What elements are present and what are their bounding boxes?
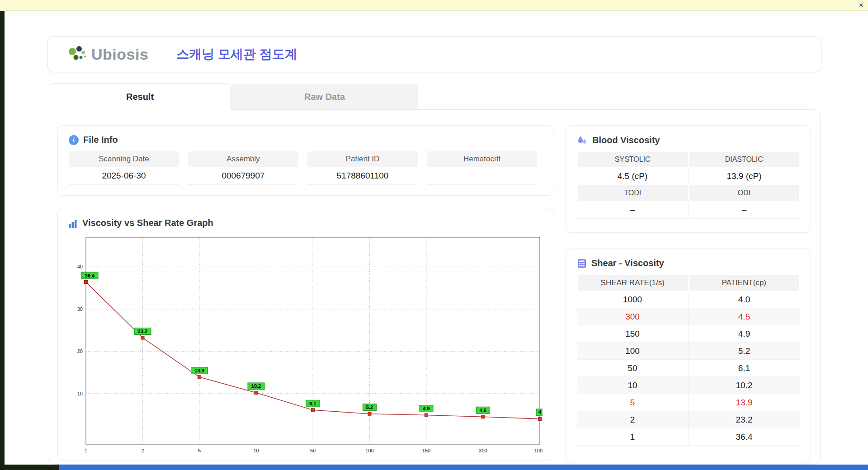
- bv-value-cell: –: [689, 201, 800, 219]
- bv-header-cell: DIASTOLIC: [689, 152, 799, 167]
- bv-header-cell: SYSTOLIC: [578, 152, 688, 167]
- bv-header-row: SYSTOLICDIASTOLIC: [577, 152, 800, 167]
- shear-row: 136.4: [577, 428, 800, 446]
- field-label: Scanning Date: [69, 151, 179, 167]
- svg-text:36.4: 36.4: [85, 273, 95, 278]
- svg-text:13.9: 13.9: [194, 368, 204, 373]
- file-info-fields: Scanning Date2025-06-30Assembly000679907…: [69, 151, 542, 185]
- field-value: 000679907: [188, 167, 298, 185]
- shear-cell: 100: [577, 343, 689, 360]
- svg-text:10.2: 10.2: [251, 383, 261, 389]
- bv-value-cell: –: [577, 201, 689, 219]
- blood-viscosity-title: Blood Viscosity: [592, 135, 660, 146]
- shear-cell: 4.0: [689, 291, 800, 308]
- viscosity-chart: 102030401251050100150300100036.423.213.9…: [68, 232, 542, 461]
- svg-text:30: 30: [77, 306, 83, 312]
- close-icon[interactable]: ×: [859, 0, 863, 10]
- file-info-field: Scanning Date2025-06-30: [69, 151, 179, 185]
- graph-title: Viscosity vs Shear Rate Graph: [82, 218, 213, 228]
- file-info-title: File Info: [83, 135, 118, 145]
- app-window: Ubiosis 스캐닝 모세관 점도계 Result Raw Data i Fi…: [5, 11, 868, 465]
- blood-viscosity-title-row: Blood Viscosity: [577, 135, 800, 146]
- bar-chart-icon: [68, 216, 78, 229]
- ubiosis-logo: Ubiosis: [67, 45, 148, 64]
- file-info-field: Hematocrit: [427, 151, 537, 185]
- droplets-icon: [577, 135, 588, 146]
- viscosity-graph-card: Viscosity vs Shear Rate Graph 1020304012…: [57, 208, 553, 461]
- shear-viscosity-table: SHEAR RATE(1/s)PATIENT(cp)10004.03004.51…: [577, 275, 800, 446]
- svg-text:100: 100: [365, 448, 373, 453]
- file-info-field: Assembly000679907: [188, 151, 298, 185]
- shear-cell: 10: [577, 377, 689, 394]
- window-titlebar: ×: [0, 0, 868, 11]
- svg-text:1: 1: [85, 448, 87, 453]
- svg-text:5: 5: [198, 448, 201, 453]
- svg-text:5.2: 5.2: [366, 404, 373, 410]
- svg-text:2: 2: [141, 448, 144, 453]
- bv-header-cell: ODI: [689, 185, 799, 201]
- file-info-field: Patient ID51788601100: [307, 151, 418, 185]
- bv-value-row: 4.5 (cP)13.9 (cP): [577, 167, 800, 185]
- shear-cell: 150: [577, 325, 689, 343]
- tab-result[interactable]: Result: [49, 83, 231, 110]
- bv-value-row: ––: [577, 201, 800, 219]
- shear-cell: 36.4: [689, 428, 800, 446]
- svg-text:150: 150: [422, 448, 430, 453]
- svg-text:4: 4: [538, 409, 542, 415]
- bv-header-row: TODIODI: [577, 185, 800, 201]
- svg-text:50: 50: [310, 448, 316, 453]
- info-icon: i: [69, 135, 79, 145]
- svg-text:10: 10: [253, 448, 259, 453]
- blood-viscosity-card: Blood Viscosity SYSTOLICDIASTOLIC4.5 (cP…: [566, 125, 811, 233]
- shear-cell: 13.9: [689, 394, 800, 411]
- shear-cell: 6.1: [689, 360, 800, 377]
- field-value: [427, 167, 537, 185]
- shear-row: 223.2: [577, 411, 800, 428]
- logo-text: Ubiosis: [91, 46, 148, 63]
- shear-row: 1504.9: [577, 325, 800, 343]
- file-info-title-row: i File Info: [69, 135, 542, 145]
- shear-header-cell: PATIENT(cp): [689, 275, 799, 291]
- desktop-taskbar-strip: [59, 465, 868, 470]
- shear-row: 513.9: [577, 394, 800, 411]
- svg-text:23.2: 23.2: [138, 329, 147, 334]
- shear-viscosity-title-row: Shear - Viscosity: [577, 258, 800, 268]
- graph-title-row: Viscosity vs Shear Rate Graph: [68, 216, 543, 229]
- shear-cell: 1: [577, 428, 689, 446]
- shear-cell: 1000: [577, 291, 689, 308]
- calculator-icon: [577, 258, 587, 268]
- shear-cell: 4.5: [689, 308, 800, 325]
- shear-row: 506.1: [577, 360, 800, 377]
- result-panel: i File Info Scanning Date2025-06-30Assem…: [49, 109, 821, 465]
- svg-text:4.5: 4.5: [480, 408, 486, 413]
- bv-header-cell: TODI: [578, 185, 688, 201]
- svg-text:10: 10: [77, 391, 83, 396]
- bv-value-cell: 13.9 (cP): [689, 167, 800, 185]
- svg-text:6.1: 6.1: [309, 401, 316, 406]
- shear-cell: 5: [577, 394, 689, 411]
- svg-text:4.9: 4.9: [423, 406, 429, 411]
- app-header: Ubiosis 스캐닝 모세관 점도계: [47, 36, 821, 72]
- shear-header-cell: SHEAR RATE(1/s): [578, 275, 688, 291]
- shear-table-header: SHEAR RATE(1/s)PATIENT(cp): [577, 275, 800, 291]
- svg-text:20: 20: [77, 348, 83, 354]
- field-value: 2025-06-30: [69, 167, 179, 185]
- shear-cell: 5.2: [689, 343, 800, 360]
- shear-cell: 50: [577, 360, 689, 377]
- shear-viscosity-title: Shear - Viscosity: [591, 258, 664, 268]
- field-label: Hematocrit: [427, 151, 537, 167]
- shear-cell: 10.2: [689, 377, 800, 394]
- svg-text:40: 40: [77, 264, 83, 269]
- svg-text:300: 300: [479, 448, 487, 453]
- shear-cell: 300: [577, 308, 689, 325]
- tab-raw-data[interactable]: Raw Data: [231, 84, 418, 110]
- shear-cell: 4.9: [689, 325, 800, 343]
- ubiosis-logo-icon: [67, 45, 88, 64]
- shear-row: 3004.5: [577, 308, 800, 325]
- shear-viscosity-card: Shear - Viscosity SHEAR RATE(1/s)PATIENT…: [566, 249, 811, 463]
- shear-row: 10004.0: [577, 291, 800, 308]
- field-label: Assembly: [188, 151, 298, 167]
- file-info-card: i File Info Scanning Date2025-06-30Assem…: [57, 125, 553, 196]
- page-title: 스캐닝 모세관 점도계: [176, 46, 297, 63]
- shear-cell: 23.2: [689, 411, 800, 428]
